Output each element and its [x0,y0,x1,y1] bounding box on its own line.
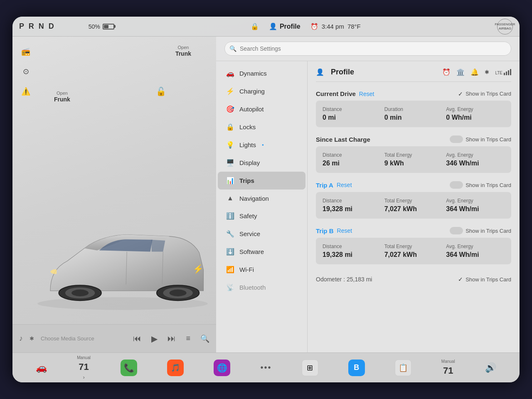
show-trips-label-4: Show in Trips Card [466,228,511,234]
menu-item-trips[interactable]: 📊 Trips [218,172,305,190]
globe-app-button[interactable]: 🌐 [214,360,230,376]
trip-a-avg-energy-value: 364 Wh/mi [446,205,479,212]
music-icon: 🎵 [171,363,180,372]
trip-a-header: Trip A Reset Show in Trips Card [316,181,511,189]
car-panel: 📻 ⊙ ⚠️ Open Trunk Open Frunk 🔓 [12,37,216,352]
locks-label: Locks [239,123,256,131]
play-icon[interactable]: ▶ [151,334,158,344]
notepad-icon: 📋 [399,363,408,372]
top-right-bar: PASSENGERAIRBAG [497,19,513,34]
menu-item-charging[interactable]: ⚡ Charging [218,82,305,100]
profile-button[interactable]: 👤 Profile [269,22,300,30]
trip-b-reset[interactable]: Reset [337,227,352,234]
phone-app-button[interactable]: 📞 [121,360,137,376]
odometer-value: 25,183 mi [347,276,372,283]
trip-a-show-trips[interactable]: Show in Trips Card [450,181,511,189]
grid-app-button[interactable]: ⊞ [302,360,318,376]
grid-icon: ⊞ [307,363,313,372]
trip-a-toggle[interactable] [450,181,463,189]
profile-label: Profile [280,23,300,30]
bell-header-icon[interactable]: 🔔 [470,68,479,76]
search-bar-container: 🔍 [216,37,520,61]
trip-a-reset[interactable]: Reset [337,182,352,188]
signal-bars [504,69,511,75]
media-source-label[interactable]: Choose Media Source [41,335,126,342]
profile-header-icon: 👤 [316,68,324,76]
left-temp-value: 71 [79,362,89,372]
slc-total-energy: Total Energy 9 kWh [384,152,443,167]
service-icon: 🔧 [226,230,234,238]
menu-item-autopilot[interactable]: 🎯 Autopilot [218,100,305,118]
menu-item-dynamics[interactable]: 🚗 Dynamics [218,64,305,82]
more-apps-button[interactable]: ••• [260,363,271,372]
menu-item-locks[interactable]: 🔒 Locks [218,118,305,136]
bluetooth-header-icon[interactable]: ✱ [485,69,489,75]
lights-active-dot: ● [262,143,264,147]
car-taskbar-icon: 🚗 [36,362,47,373]
since-last-charge-header: Since Last Charge Show in Trips Card [316,135,511,143]
frunk-label[interactable]: Open Frunk [54,91,70,103]
trips-label: Trips [239,177,254,184]
trip-a-title: Trip A [316,182,333,189]
search-media-icon[interactable]: 🔍 [200,334,209,343]
odometer-row: Odometer : 25,183 mi ✓ Show in Trips Car… [316,273,511,283]
phone-icon: 📞 [124,363,134,373]
frunk-open-label: Open [54,91,70,96]
odometer-show-trips[interactable]: ✓ Show in Trips Card [458,276,511,283]
menu-item-software[interactable]: ⬇️ Software [218,243,305,261]
menu-item-bluetooth[interactable]: 📡 Bluetooth [218,278,305,296]
settings-menu: 🚗 Dynamics ⚡ Charging 🎯 Autopilot 🔒 [216,61,308,352]
trip-b-header: Trip B Reset Show in Trips Card [316,227,511,234]
profile-person-icon: 👤 [269,22,277,30]
unlock-icon: 🔓 [156,86,166,96]
odometer-checkmark: ✓ [458,276,463,283]
trip-b-distance-value: 19,328 mi [323,251,352,258]
trip-b-show-trips[interactable]: Show in Trips Card [450,227,511,234]
building-header-icon[interactable]: 🏛️ [456,68,465,76]
menu-item-wifi[interactable]: 📶 Wi-Fi [218,261,305,278]
trip-b-card: Distance 19,328 mi Total Energy 7,027 kW… [316,238,511,264]
menu-item-display[interactable]: 🖥️ Display [218,154,305,172]
next-track-icon[interactable]: ⏭ [167,334,176,343]
lte-signal-indicator: LTE [495,69,511,75]
trip-b-toggle[interactable] [450,227,463,234]
right-temp-control[interactable]: Manual 71 [441,359,455,376]
car-button[interactable]: 🚗 [36,362,47,373]
battery-icon [103,24,114,30]
safety-label: Safety [239,212,257,219]
bluetooth-icon: 📡 [226,283,234,291]
left-temp-control[interactable]: Manual 71 › [77,355,91,380]
navigation-icon: ▲ [226,195,234,202]
wifi-label: Wi-Fi [239,266,254,273]
equalizer-icon[interactable]: ≡ [186,334,190,343]
menu-item-lights[interactable]: 💡 Lights ● [218,136,305,154]
trip-a-distance-label: Distance [323,198,381,204]
media-bar: ♪ ✱ Choose Media Source ⏮ ▶ ⏭ ≡ 🔍 [12,324,216,352]
right-temp-manual-label: Manual [441,359,455,364]
menu-item-service[interactable]: 🔧 Service [218,225,305,243]
bluetooth-taskbar-icon: B [354,363,359,372]
trip-b-total-energy-value: 7,027 kWh [384,251,417,258]
current-drive-header: Current Drive Reset ✓ Show in Trips Card [316,90,511,97]
trip-a-avg-energy: Avg. Energy 364 Wh/mi [446,198,505,213]
locks-icon: 🔒 [226,123,234,131]
current-drive-reset[interactable]: Reset [359,91,374,97]
current-drive-show-trips[interactable]: ✓ Show in Trips Card [458,91,511,97]
bluetooth-app-button[interactable]: B [348,360,365,376]
trip-b-distance-label: Distance [323,244,381,249]
search-input[interactable] [224,42,511,56]
trunk-label[interactable]: Open Trunk [175,45,191,57]
music-app-button[interactable]: 🎵 [167,360,184,376]
since-last-charge-show-trips[interactable]: Show in Trips Card [450,135,511,143]
volume-button[interactable]: 🔊 [485,362,496,373]
toggle-off-icon[interactable] [450,135,463,143]
lock-icon[interactable]: 🔒 [251,22,259,30]
alarm-header-icon[interactable]: ⏰ [442,68,451,76]
menu-item-safety[interactable]: ℹ️ Safety [218,207,305,225]
slc-avg-energy-label: Avg. Energy [446,152,505,158]
trip-a-total-energy-label: Total Energy [384,198,443,204]
prev-track-icon[interactable]: ⏮ [133,334,141,343]
current-drive-duration-value: 0 min [384,114,402,121]
notepad-app-button[interactable]: 📋 [395,360,411,376]
menu-item-navigation[interactable]: ▲ Navigation [218,190,305,207]
